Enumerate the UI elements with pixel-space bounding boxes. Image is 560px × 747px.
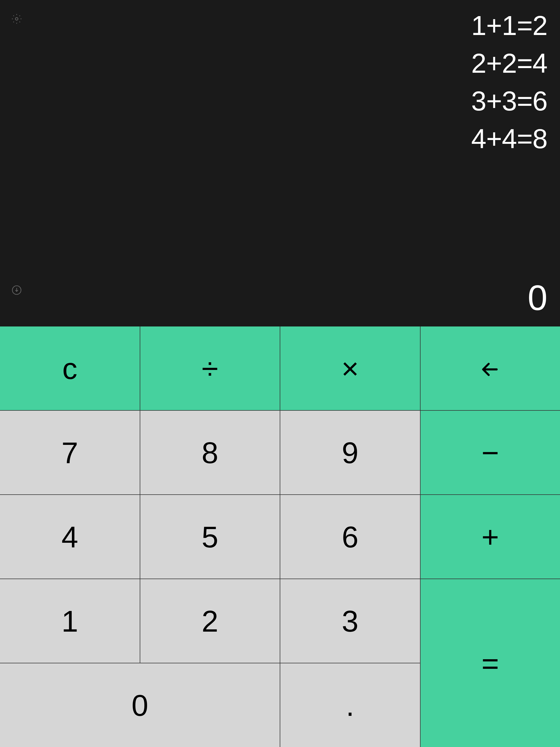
seven-button[interactable]: 7 [0, 411, 140, 494]
history-line: 4+4=8 [471, 120, 548, 157]
nine-button[interactable]: 9 [280, 411, 420, 494]
scroll-down-icon[interactable] [11, 285, 22, 297]
history-line: 3+3=6 [471, 82, 548, 120]
plus-button[interactable]: + [421, 495, 560, 578]
three-button[interactable]: 3 [280, 579, 420, 663]
calculation-history: 1+1=2 2+2=4 3+3=6 4+4=8 [471, 6, 548, 157]
display-area: 1+1=2 2+2=4 3+3=6 4+4=8 0 [0, 0, 560, 327]
eight-button[interactable]: 8 [140, 411, 280, 494]
keypad: c ÷ × 7 8 9 − 4 5 6 + 1 2 3 = 0 . [0, 327, 560, 747]
equals-button[interactable]: = [421, 579, 560, 747]
svg-point-0 [15, 18, 18, 20]
two-button[interactable]: 2 [140, 579, 280, 663]
decimal-button[interactable]: . [280, 663, 420, 747]
zero-button[interactable]: 0 [0, 663, 280, 747]
five-button[interactable]: 5 [140, 495, 280, 578]
arrow-left-icon [481, 351, 500, 386]
backspace-button[interactable] [421, 327, 560, 410]
multiply-button[interactable]: × [280, 327, 420, 410]
minus-button[interactable]: − [421, 411, 560, 494]
six-button[interactable]: 6 [280, 495, 420, 578]
settings-icon[interactable] [11, 14, 22, 25]
history-line: 1+1=2 [471, 6, 548, 44]
four-button[interactable]: 4 [0, 495, 140, 578]
history-line: 2+2=4 [471, 44, 548, 82]
one-button[interactable]: 1 [0, 579, 140, 663]
divide-button[interactable]: ÷ [140, 327, 280, 410]
clear-button[interactable]: c [0, 327, 140, 410]
current-display-value: 0 [528, 277, 548, 318]
